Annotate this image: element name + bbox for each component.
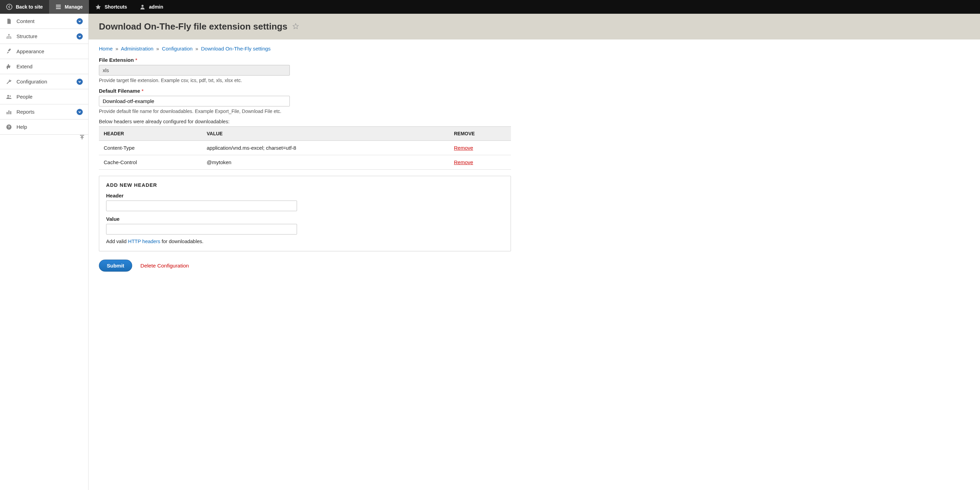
user-label: admin (149, 4, 163, 10)
breadcrumb-separator: » (155, 46, 161, 51)
chevron-down-icon[interactable] (76, 79, 83, 85)
new-header-value-label: Value (106, 216, 504, 222)
new-header-name-label: Header (106, 192, 504, 199)
new-header-value-wrapper: Value (106, 216, 504, 234)
sidebar-item-label: Configuration (16, 79, 47, 84)
sidebar-item-configuration[interactable]: Configuration (0, 74, 88, 89)
sidebar-item-label: Appearance (16, 48, 44, 54)
col-remove: REMOVE (449, 127, 511, 141)
sidebar-item-people[interactable]: People (0, 89, 88, 104)
file-extension-description: Provide target file extension. Example c… (99, 78, 511, 83)
svg-rect-9 (9, 110, 10, 114)
hamburger-icon (55, 4, 62, 10)
default-filename-description: Provide default file name for downloadab… (99, 108, 511, 114)
fieldset-legend: ADD NEW HEADER (106, 182, 504, 188)
sidebar-item-extend[interactable]: Extend (0, 59, 88, 74)
breadcrumb-settings[interactable]: Download On-The-Fly settings (201, 46, 271, 51)
shortcuts-label: Shortcuts (105, 4, 127, 10)
svg-rect-10 (10, 111, 11, 114)
chevron-down-icon[interactable] (76, 33, 83, 40)
add-header-help: Add valid HTTP headers for downloadables… (106, 239, 504, 244)
new-header-value-input[interactable] (106, 224, 297, 234)
manage-menu[interactable]: Manage (49, 0, 89, 14)
value-cell: application/vnd.ms-excel; charset=utf-8 (202, 141, 449, 155)
header-cell: Content-Type (99, 141, 202, 155)
svg-point-6 (7, 95, 9, 97)
delete-configuration-link[interactable]: Delete Configuration (140, 262, 189, 269)
remove-link[interactable]: Remove (454, 159, 473, 165)
file-extension-label: File Extension * (99, 57, 511, 63)
form-actions: Submit Delete Configuration (99, 259, 511, 272)
add-new-header-fieldset: ADD NEW HEADER Header Value Add valid HT… (99, 176, 511, 251)
svg-point-1 (142, 5, 143, 7)
help-icon: ? (5, 124, 12, 130)
headers-note: Below headers were already configured fo… (99, 119, 511, 124)
puzzle-icon (5, 63, 12, 70)
submit-button[interactable]: Submit (99, 259, 132, 272)
svg-point-7 (10, 95, 11, 97)
favorite-star-icon[interactable] (292, 23, 299, 30)
sidebar-item-label: Reports (16, 109, 35, 115)
sidebar-item-label: Help (16, 124, 27, 130)
new-header-name-wrapper: Header (106, 192, 504, 211)
people-icon (5, 94, 12, 100)
default-filename-field-wrapper: Default Filename * Provide default file … (99, 88, 511, 114)
hierarchy-icon (5, 33, 12, 40)
svg-text:?: ? (8, 125, 10, 129)
svg-point-0 (6, 4, 12, 10)
document-icon (5, 18, 12, 25)
svg-point-3 (6, 37, 8, 38)
admin-sidebar: Content Structure Appearance Extend Conf… (0, 14, 89, 490)
svg-point-5 (10, 37, 11, 38)
breadcrumb-separator: » (194, 46, 199, 51)
sidebar-item-label: Structure (16, 33, 37, 39)
paintbrush-icon (5, 48, 12, 55)
sidebar-item-label: People (16, 94, 33, 100)
svg-point-2 (8, 33, 10, 35)
breadcrumb-administration[interactable]: Administration (121, 46, 153, 51)
new-header-name-input[interactable] (106, 200, 297, 211)
sidebar-item-help[interactable]: ? Help (0, 119, 88, 135)
user-menu[interactable]: admin (133, 0, 169, 14)
sidebar-item-structure[interactable]: Structure (0, 29, 88, 44)
user-icon (139, 4, 146, 10)
shortcuts-menu[interactable]: Shortcuts (89, 0, 133, 14)
settings-form: File Extension * Provide target file ext… (89, 55, 521, 282)
header-cell: Cache-Control (99, 155, 202, 170)
chevron-left-circle-icon (6, 4, 12, 10)
sidebar-item-label: Extend (16, 64, 33, 69)
breadcrumb: Home » Administration » Configuration » … (89, 40, 980, 55)
manage-label: Manage (65, 4, 83, 10)
breadcrumb-configuration[interactable]: Configuration (162, 46, 192, 51)
default-filename-label: Default Filename * (99, 88, 511, 94)
col-header: HEADER (99, 127, 202, 141)
page-title: Download On-The-Fly file extension setti… (99, 21, 287, 32)
collapse-sidebar-icon[interactable] (79, 135, 85, 141)
sidebar-item-content[interactable]: Content (0, 14, 88, 29)
back-to-site[interactable]: Back to site (0, 0, 49, 14)
chevron-down-icon[interactable] (76, 18, 83, 24)
sidebar-item-reports[interactable]: Reports (0, 104, 88, 119)
breadcrumb-separator: » (114, 46, 119, 51)
file-extension-input (99, 65, 290, 76)
bar-chart-icon (5, 108, 12, 115)
headers-table: HEADER VALUE REMOVE Content-Type applica… (99, 126, 511, 170)
value-cell: @mytoken (202, 155, 449, 170)
svg-point-4 (8, 37, 10, 38)
sidebar-item-label: Content (16, 18, 35, 24)
star-icon (95, 4, 101, 10)
default-filename-input[interactable] (99, 96, 290, 107)
back-to-site-label: Back to site (16, 4, 43, 10)
page-header: Download On-The-Fly file extension setti… (89, 14, 980, 40)
svg-rect-8 (6, 112, 8, 115)
wrench-icon (5, 78, 12, 85)
table-row: Cache-Control @mytoken Remove (99, 155, 511, 170)
main-content: Download On-The-Fly file extension setti… (89, 14, 980, 490)
chevron-down-icon[interactable] (76, 109, 83, 115)
remove-link[interactable]: Remove (454, 145, 473, 151)
file-extension-field-wrapper: File Extension * Provide target file ext… (99, 57, 511, 83)
table-row: Content-Type application/vnd.ms-excel; c… (99, 141, 511, 155)
sidebar-item-appearance[interactable]: Appearance (0, 44, 88, 59)
http-headers-link[interactable]: HTTP headers (128, 239, 161, 244)
breadcrumb-home[interactable]: Home (99, 46, 113, 51)
